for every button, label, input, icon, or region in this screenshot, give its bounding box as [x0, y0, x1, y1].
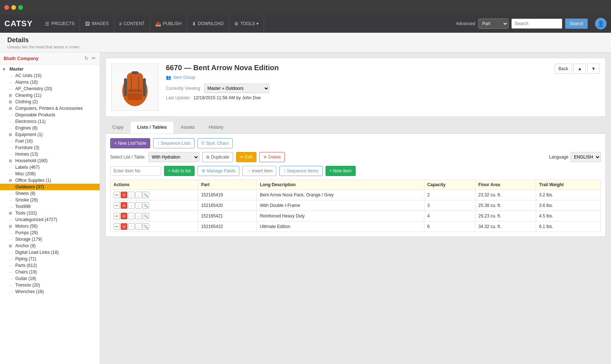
- tree-item[interactable]: —Electronics (11): [0, 118, 100, 125]
- tree-item[interactable]: —AP_Chemistry (20): [0, 85, 100, 92]
- edit-row-icon[interactable]: ✏: [113, 192, 120, 198]
- tree-item[interactable]: ⊞Computers, Printers & Accessories: [0, 105, 100, 112]
- tree-item[interactable]: —Smoke (29): [0, 197, 100, 203]
- tree-item[interactable]: —Outdoors (37): [0, 184, 100, 190]
- new-item-button[interactable]: + New Item: [326, 166, 356, 176]
- search-row-icon[interactable]: 🔍: [143, 213, 149, 219]
- search-type-select[interactable]: Part Category Brand All: [478, 19, 508, 29]
- delete-row-icon[interactable]: ✕: [121, 202, 127, 209]
- tree-item[interactable]: ▾Master: [0, 66, 100, 72]
- tree-item[interactable]: ⊞Motors (56): [0, 223, 100, 229]
- tree-item[interactable]: ⊞Tools (102): [0, 210, 100, 216]
- tree-item[interactable]: ⊞Household (160): [0, 157, 100, 164]
- tree-item[interactable]: —Guitar (18): [0, 275, 100, 282]
- down-row-icon[interactable]: ↓: [135, 213, 142, 219]
- table-row: ✏ ✕ ↑ ↓ 🔍 152165420With Double I-Frame32…: [111, 200, 601, 211]
- tree-item[interactable]: —Furniture (3): [0, 144, 100, 151]
- tab-assets[interactable]: Assets: [174, 121, 202, 133]
- tab-content: + New List/Table ↕ Sequence Lists © Spol…: [105, 134, 606, 237]
- search-row-icon[interactable]: 🔍: [143, 202, 149, 209]
- nav-item-download[interactable]: ⬇ DOWNLOAD: [187, 15, 229, 33]
- tree-item[interactable]: —Storage (179): [0, 236, 100, 243]
- down-row-icon[interactable]: ↓: [135, 192, 142, 198]
- currently-viewing-select[interactable]: Master » Outdoors: [204, 84, 269, 93]
- user-avatar[interactable]: 👤: [595, 18, 607, 29]
- up-row-icon[interactable]: ↑: [128, 223, 135, 230]
- delete-button[interactable]: ✕ Delete: [259, 152, 285, 162]
- nav-up-button[interactable]: ▲: [574, 64, 586, 74]
- tree-item[interactable]: —Digital Load Links (18): [0, 249, 100, 256]
- sequence-lists-button[interactable]: ↕ Sequence Lists: [153, 138, 194, 148]
- search-row-icon[interactable]: 🔍: [143, 223, 149, 230]
- tree-item[interactable]: —Wrenches (18): [0, 288, 100, 295]
- tree-item[interactable]: —Labels (467): [0, 164, 100, 171]
- add-to-list-button[interactable]: + Add to list: [164, 166, 195, 176]
- sequence-items-button[interactable]: ↕ Sequence Items: [279, 166, 322, 176]
- tree-item[interactable]: —Chairs (19): [0, 269, 100, 275]
- delete-row-icon[interactable]: ✕: [121, 192, 127, 198]
- tree-item[interactable]: —Uncategorized (4727): [0, 216, 100, 223]
- select-row: Select List / Table: With Hydration ⧉ Du…: [110, 152, 601, 162]
- edit-row-icon[interactable]: ✏: [113, 213, 120, 219]
- tree-item[interactable]: —Alarms (16): [0, 79, 100, 85]
- tree-item[interactable]: —AC Units (15): [0, 72, 100, 79]
- tree-item[interactable]: —Sheets (8): [0, 190, 100, 197]
- delete-row-icon[interactable]: ✕: [121, 223, 127, 230]
- tab-copy[interactable]: Copy: [105, 121, 130, 133]
- nav-item-tools[interactable]: ⚙ TOOLS ▾: [229, 15, 264, 33]
- tree-item[interactable]: —Parts (612): [0, 262, 100, 269]
- tree-item[interactable]: ⊞Clothing (2): [0, 99, 100, 105]
- search-button[interactable]: Search: [565, 19, 588, 29]
- insert-item-button[interactable]: → Insert Item: [242, 166, 276, 176]
- nav-item-projects[interactable]: ☰ PROJECTS: [40, 15, 80, 33]
- up-row-icon[interactable]: ↑: [128, 213, 135, 219]
- product-last-update: Last Update: 12/18/2015 11:56 AM by John…: [166, 95, 279, 100]
- advanced-link[interactable]: Advanced: [456, 21, 475, 26]
- tree-item[interactable]: —Pumps (29): [0, 229, 100, 236]
- language-select[interactable]: ENGLISH FRENCH SPANISH GERMAN: [571, 152, 601, 162]
- up-row-icon[interactable]: ↑: [128, 192, 135, 198]
- nav-item-publish[interactable]: 📤 PUBLISH: [150, 15, 187, 33]
- list-select[interactable]: With Hydration: [148, 152, 199, 162]
- sidebar-refresh-icon[interactable]: ↻: [84, 55, 89, 61]
- search-row-icon[interactable]: 🔍: [143, 192, 149, 198]
- tree-item[interactable]: —Tremolo (20): [0, 282, 100, 288]
- tree-expand-icon: ⊞: [9, 100, 14, 104]
- tree-item[interactable]: ⊞Cleaning (11): [0, 92, 100, 99]
- down-row-icon[interactable]: ↓: [135, 223, 142, 230]
- tree-item[interactable]: —Engines (8): [0, 125, 100, 131]
- maximize-dot[interactable]: [18, 5, 23, 10]
- tree-item[interactable]: —Homes (13): [0, 151, 100, 157]
- nav-label-tools: TOOLS ▾: [240, 21, 259, 26]
- tree-item[interactable]: ⊞Anchor (9): [0, 243, 100, 249]
- edit-button[interactable]: ✏ Edit: [236, 152, 256, 162]
- item-number-input[interactable]: [110, 166, 161, 176]
- tree-item[interactable]: —Test999: [0, 203, 100, 210]
- new-list-button[interactable]: + New List/Table: [110, 138, 150, 148]
- tree-item[interactable]: —Piping (71): [0, 256, 100, 262]
- duplicate-button[interactable]: ⧉ Duplicate: [202, 152, 233, 162]
- tree-item[interactable]: —Fuel (16): [0, 138, 100, 144]
- tree-item[interactable]: ⊞Equipment (1): [0, 131, 100, 138]
- back-button[interactable]: Back: [555, 64, 572, 74]
- nav-down-button[interactable]: ▼: [587, 64, 600, 74]
- edit-row-icon[interactable]: ✏: [113, 202, 120, 209]
- tab-history[interactable]: History: [202, 121, 230, 133]
- manage-fields-button[interactable]: ⚙ Manage Fields: [197, 166, 239, 176]
- nav-label-publish: PUBLISH: [163, 21, 181, 26]
- close-dot[interactable]: [4, 5, 9, 10]
- up-row-icon[interactable]: ↑: [128, 202, 135, 209]
- tree-item[interactable]: ⊞Office Supplies (1): [0, 177, 100, 184]
- tree-item[interactable]: —Misc (206): [0, 171, 100, 177]
- edit-row-icon[interactable]: ✏: [113, 223, 120, 230]
- tree-item[interactable]: —Disposable Products: [0, 112, 100, 118]
- minimize-dot[interactable]: [11, 5, 16, 10]
- down-row-icon[interactable]: ↓: [135, 202, 142, 209]
- spol-chars-button[interactable]: © Spol. Chars: [197, 138, 233, 148]
- delete-row-icon[interactable]: ✕: [121, 213, 127, 219]
- nav-item-images[interactable]: 🖼 IMAGES: [80, 15, 114, 33]
- tab-lists-tables[interactable]: Lists / Tables: [130, 121, 173, 133]
- sidebar-edit-icon[interactable]: ✏: [92, 55, 96, 61]
- nav-item-content[interactable]: # CONTENT: [114, 15, 150, 33]
- search-input[interactable]: [511, 19, 562, 29]
